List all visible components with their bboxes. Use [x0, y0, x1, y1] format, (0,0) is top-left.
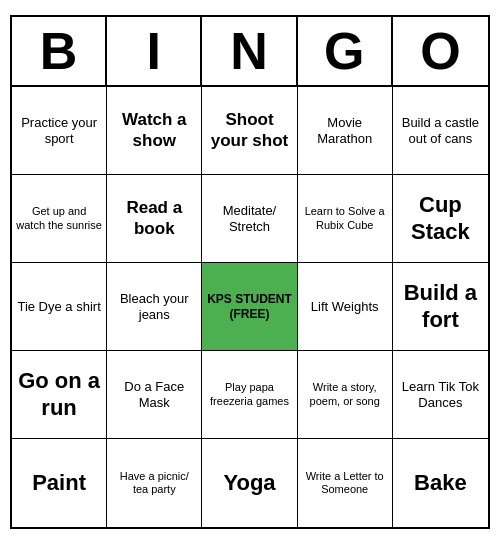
bingo-letter-b: B	[12, 17, 107, 85]
bingo-cell-11: Bleach your jeans	[107, 263, 202, 351]
bingo-cell-7: Meditate/ Stretch	[202, 175, 297, 263]
bingo-cell-2: Shoot your shot	[202, 87, 297, 175]
bingo-cell-21: Have a picnic/ tea party	[107, 439, 202, 527]
bingo-cell-19: Learn Tik Tok Dances	[393, 351, 488, 439]
bingo-grid: Practice your sportWatch a showShoot you…	[12, 87, 488, 527]
bingo-letter-o: O	[393, 17, 488, 85]
bingo-cell-1: Watch a show	[107, 87, 202, 175]
bingo-cell-13: Lift Weights	[298, 263, 393, 351]
bingo-cell-14: Build a fort	[393, 263, 488, 351]
bingo-cell-6: Read a book	[107, 175, 202, 263]
bingo-letter-g: G	[298, 17, 393, 85]
bingo-cell-9: Cup Stack	[393, 175, 488, 263]
bingo-cell-22: Yoga	[202, 439, 297, 527]
bingo-letter-n: N	[202, 17, 297, 85]
bingo-cell-15: Go on a run	[12, 351, 107, 439]
bingo-cell-17: Play papa freezeria games	[202, 351, 297, 439]
bingo-cell-8: Learn to Solve a Rubix Cube	[298, 175, 393, 263]
bingo-cell-3: Movie Marathon	[298, 87, 393, 175]
bingo-cell-20: Paint	[12, 439, 107, 527]
bingo-cell-18: Write a story, poem, or song	[298, 351, 393, 439]
bingo-cell-5: Get up and watch the sunrise	[12, 175, 107, 263]
bingo-cell-16: Do a Face Mask	[107, 351, 202, 439]
bingo-cell-4: Build a castle out of cans	[393, 87, 488, 175]
bingo-cell-10: Tie Dye a shirt	[12, 263, 107, 351]
bingo-card: BINGO Practice your sportWatch a showSho…	[10, 15, 490, 529]
bingo-cell-0: Practice your sport	[12, 87, 107, 175]
bingo-header: BINGO	[12, 17, 488, 87]
bingo-cell-12: KPS STUDENT (FREE)	[202, 263, 297, 351]
bingo-cell-24: Bake	[393, 439, 488, 527]
bingo-letter-i: I	[107, 17, 202, 85]
bingo-cell-23: Write a Letter to Someone	[298, 439, 393, 527]
